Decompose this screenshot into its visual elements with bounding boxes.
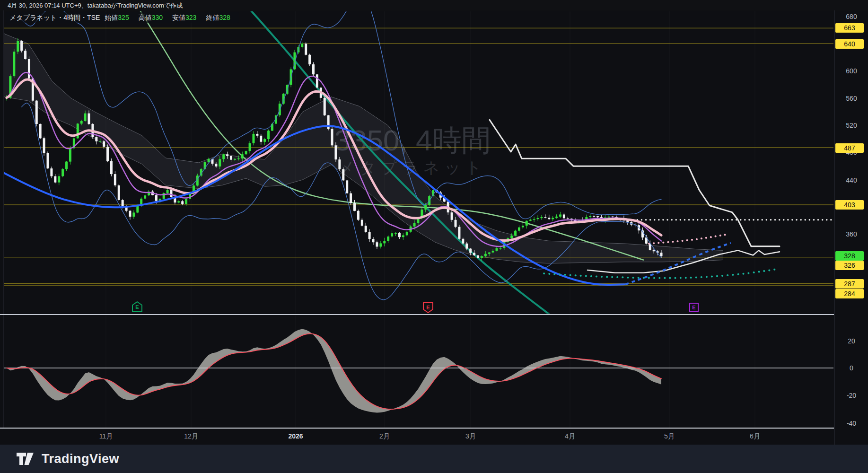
axis-label: 20: [834, 337, 868, 345]
tradingview-logo-text: TradingView: [42, 452, 119, 466]
axis-label: -40: [834, 420, 868, 427]
chart-area[interactable]: 3350, 4時間 メタプラネット EEE メタプラネット・4時間・TSE始値3…: [0, 10, 868, 445]
price-chart-canvas[interactable]: EEE: [0, 10, 834, 445]
price-level-badge: 284: [835, 289, 864, 298]
tradingview-logo-icon: [16, 451, 36, 466]
legend-field-label: 安値: [172, 14, 185, 21]
price-level-badge: 663: [835, 23, 864, 33]
time-axis[interactable]: 11月12月20262月3月4月5月6月: [0, 429, 834, 445]
legend-field-value: 323: [185, 14, 196, 21]
svg-text:E: E: [692, 305, 695, 310]
export-caption: 4月 30, 2026 07:14 UTC+9、takatabaがTrading…: [8, 1, 183, 10]
price-level-badge: 287: [835, 279, 864, 289]
axis-label: 560: [834, 95, 868, 102]
legend-ohlc: 始値325高値330安値323終値328: [100, 14, 235, 21]
event-marker-square[interactable]: E: [690, 303, 698, 312]
axis-label: 520: [834, 122, 868, 129]
time-axis-label: 11月: [99, 432, 113, 441]
legend-symbol: メタプラネット: [9, 14, 57, 21]
price-scale[interactable]: 680600560520480440360200-20-406636404874…: [834, 10, 868, 445]
time-axis-label: 2026: [288, 432, 303, 440]
legend-field-label: 始値: [105, 14, 118, 21]
legend-field-label: 高値: [139, 14, 152, 21]
price-level-badge: 328: [835, 251, 864, 261]
tradingview-logo[interactable]: TradingView: [16, 451, 119, 466]
svg-text:E: E: [426, 305, 430, 310]
legend-field-value: 325: [118, 14, 129, 21]
legend-exchange: TSE: [87, 14, 100, 21]
axis-label: 440: [834, 176, 868, 184]
tradingview-chart-export: 4月 30, 2026 07:14 UTC+9、takatabaがTrading…: [0, 0, 868, 473]
legend-field-label: 終値: [206, 14, 219, 21]
time-axis-label: 3月: [465, 432, 476, 441]
event-marker-house[interactable]: E: [132, 302, 142, 312]
footer-bar: TradingView: [0, 445, 868, 473]
legend-field-value: 328: [219, 14, 230, 21]
legend-field-value: 330: [152, 14, 163, 21]
legend: メタプラネット・4時間・TSE始値325高値330安値323終値328: [6, 12, 239, 23]
time-axis-label: 4月: [565, 432, 575, 441]
export-caption-bar: 4月 30, 2026 07:14 UTC+9、takatabaがTrading…: [0, 0, 868, 10]
price-level-badge: 640: [835, 39, 864, 49]
event-marker-shield[interactable]: E: [423, 303, 433, 313]
svg-text:E: E: [135, 304, 139, 310]
axis-label: 360: [834, 230, 868, 238]
time-axis-label: 6月: [750, 432, 760, 441]
legend-interval: 4時間: [63, 14, 80, 21]
time-axis-label: 2月: [379, 432, 390, 441]
price-level-badge: 487: [835, 143, 864, 153]
price-level-badge: 403: [835, 200, 864, 210]
axis-label: 680: [834, 13, 868, 20]
time-axis-label: 12月: [184, 432, 198, 441]
axis-label: 600: [834, 67, 868, 75]
price-level-badge: 326: [835, 261, 864, 270]
axis-label: 0: [834, 364, 868, 372]
time-axis-label: 5月: [664, 432, 675, 441]
axis-label: -20: [834, 392, 868, 399]
